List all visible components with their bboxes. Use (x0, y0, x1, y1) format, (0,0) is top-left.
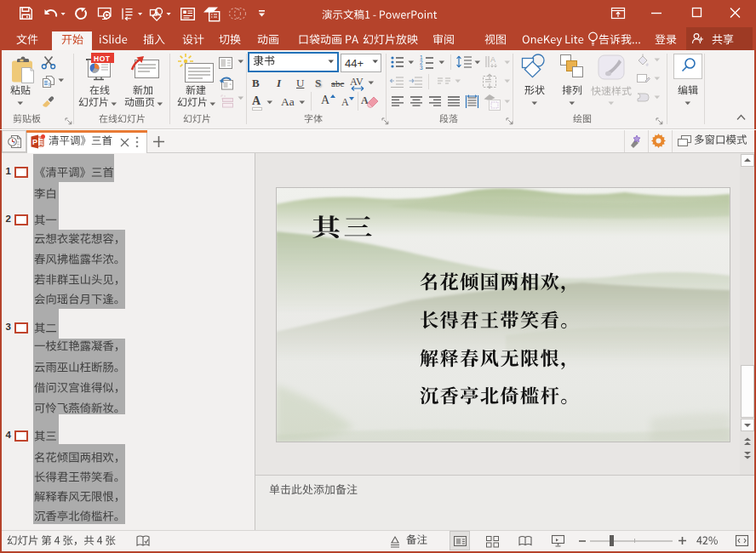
svg-text:A: A (490, 55, 495, 64)
svg-text:3: 3 (420, 65, 423, 71)
svg-text:P: P (32, 138, 37, 146)
